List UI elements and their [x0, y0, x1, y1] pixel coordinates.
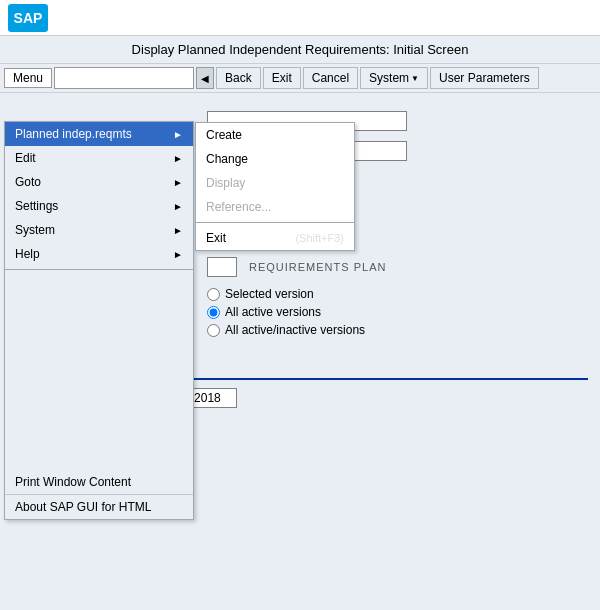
- submenu-divider: [196, 222, 354, 223]
- menu-item-goto[interactable]: Goto ►: [5, 170, 193, 194]
- menu-divider-1: [5, 269, 193, 270]
- toolbar-search-input[interactable]: [54, 67, 194, 89]
- req-plan-label: REQUIREMENTS PLAN: [249, 261, 386, 273]
- submenu-arrow-icon: ►: [173, 129, 183, 140]
- back-button[interactable]: Back: [216, 67, 261, 89]
- exit-shortcut: (Shift+F3): [295, 232, 344, 244]
- radio-all-active-inactive[interactable]: [207, 324, 220, 337]
- menu-item-help[interactable]: Help ►: [5, 242, 193, 266]
- menu-item-settings[interactable]: Settings ►: [5, 194, 193, 218]
- toolbar: Menu ◀ Back Exit Cancel System ▼ User Pa…: [0, 64, 600, 93]
- cancel-button[interactable]: Cancel: [303, 67, 358, 89]
- user-params-button[interactable]: User Parameters: [430, 67, 539, 89]
- system-button[interactable]: System ▼: [360, 67, 428, 89]
- radio-row-all-active: All active versions: [207, 305, 588, 319]
- sap-logo: SAP: [8, 4, 48, 32]
- title-bar: Display Planned Independent Requirements…: [0, 36, 600, 64]
- radio-all-active-inactive-label: All active/inactive versions: [225, 323, 365, 337]
- radio-row-all-active-inactive: All active/inactive versions: [207, 323, 588, 337]
- submenu-exit[interactable]: Exit (Shift+F3): [196, 226, 354, 250]
- edit-arrow-icon: ►: [173, 153, 183, 164]
- menu-button[interactable]: Menu: [4, 68, 52, 88]
- print-window-content[interactable]: Print Window Content: [5, 470, 193, 494]
- header: SAP: [0, 0, 600, 36]
- help-arrow-icon: ►: [173, 249, 183, 260]
- submenu-change[interactable]: Change: [196, 147, 354, 171]
- settings-arrow-icon: ►: [173, 201, 183, 212]
- menu-item-system[interactable]: System ►: [5, 218, 193, 242]
- exit-button[interactable]: Exit: [263, 67, 301, 89]
- system-dropdown-icon: ▼: [411, 74, 419, 83]
- goto-arrow-icon: ►: [173, 177, 183, 188]
- submenu: Create Change Display Reference... Exit …: [195, 122, 355, 251]
- radio-row-selected: Selected version: [207, 287, 588, 301]
- toolbar-arrow-btn[interactable]: ◀: [196, 67, 214, 89]
- radio-selected-label: Selected version: [225, 287, 314, 301]
- radio-selected-version[interactable]: [207, 288, 220, 301]
- radio-all-active-label: All active versions: [225, 305, 321, 319]
- radio-all-active[interactable]: [207, 306, 220, 319]
- menu-dropdown: Planned indep.reqmts ► Create Change Dis…: [4, 121, 194, 520]
- submenu-display: Display: [196, 171, 354, 195]
- radio-group-versions: Selected version All active versions All…: [207, 287, 588, 337]
- page-title: Display Planned Independent Requirements…: [132, 42, 469, 57]
- system-arrow-icon: ►: [173, 225, 183, 236]
- menu-item-planned-indep[interactable]: Planned indep.reqmts ► Create Change Dis…: [5, 122, 193, 146]
- submenu-reference: Reference...: [196, 195, 354, 219]
- version-field[interactable]: 00: [207, 257, 237, 277]
- about-sap-gui[interactable]: About SAP GUI for HTML: [5, 494, 193, 519]
- menu-item-edit[interactable]: Edit ►: [5, 146, 193, 170]
- submenu-create[interactable]: Create: [196, 123, 354, 147]
